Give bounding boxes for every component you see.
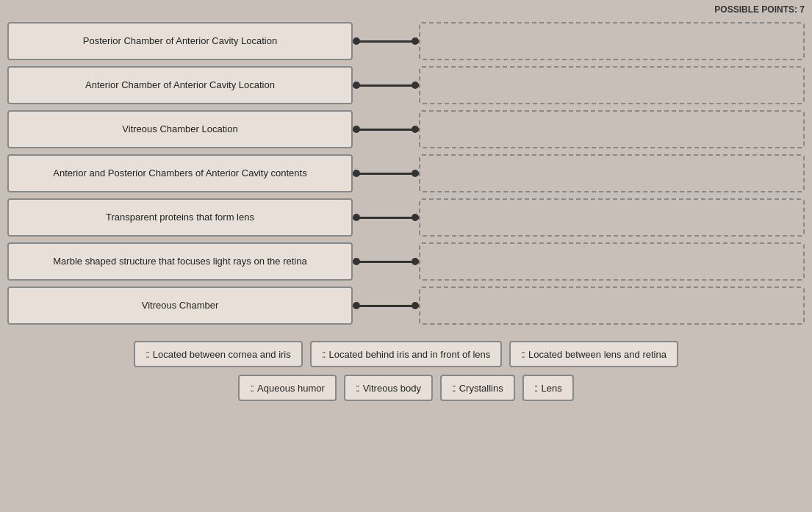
drag-handle-icon: :: <box>534 382 537 394</box>
drop-zone-5[interactable] <box>419 198 805 237</box>
drag-row-1: :: Located between cornea and iris :: Lo… <box>134 341 678 367</box>
left-label-1: Posterior Chamber of Anterior Cavity Loc… <box>7 22 353 60</box>
left-label-7: Vitreous Chamber <box>7 286 353 325</box>
match-row-5: Transparent proteins that form lens <box>7 198 805 237</box>
left-label-6: Marble shaped structure that focuses lig… <box>7 242 353 281</box>
drag-handle-icon: :: <box>250 382 253 394</box>
match-row-2: Anterior Chamber of Anterior Cavity Loca… <box>7 66 805 104</box>
possible-points: POSSIBLE POINTS: 7 <box>714 4 805 15</box>
drag-item-label: Aqueous humor <box>257 383 325 394</box>
drag-handle-icon: :: <box>521 348 524 360</box>
connector-line-6 <box>353 261 419 263</box>
connector-line-2 <box>353 84 419 87</box>
drag-item-label: Located between lens and retina <box>528 349 667 360</box>
drag-item-located-lens-retina[interactable]: :: Located between lens and retina <box>509 341 678 367</box>
drag-item-label: Vitreous body <box>363 383 421 394</box>
drag-item-lens[interactable]: :: Lens <box>522 375 574 401</box>
drag-handle-icon: :: <box>452 382 455 394</box>
connector-line-5 <box>353 217 419 219</box>
drag-item-label: Located between cornea and iris <box>153 349 291 360</box>
drag-item-label: Located behind iris and in front of lens <box>329 349 491 360</box>
drag-item-crystallins[interactable]: :: Crystallins <box>440 375 515 401</box>
drop-zone-1[interactable] <box>419 22 805 60</box>
drag-item-located-behind-iris[interactable]: :: Located behind iris and in front of l… <box>310 341 502 367</box>
connector-6 <box>353 242 419 281</box>
connector-line-4 <box>353 173 419 175</box>
match-row-7: Vitreous Chamber <box>7 286 805 325</box>
connector-4 <box>353 154 419 192</box>
drop-zone-7[interactable] <box>419 286 805 325</box>
left-label-5: Transparent proteins that form lens <box>7 198 353 237</box>
left-label-4: Anterior and Posterior Chambers of Anter… <box>7 154 353 192</box>
connector-2 <box>353 66 419 104</box>
drag-row-2: :: Aqueous humor :: Vitreous body :: Cry… <box>238 375 573 401</box>
drag-item-label: Lens <box>541 383 561 394</box>
connector-3 <box>353 110 419 148</box>
drag-item-located-cornea-iris[interactable]: :: Located between cornea and iris <box>134 341 303 367</box>
connector-line-1 <box>353 40 419 43</box>
drop-zone-3[interactable] <box>419 110 805 148</box>
left-label-2: Anterior Chamber of Anterior Cavity Loca… <box>7 66 353 104</box>
left-label-3: Vitreous Chamber Location <box>7 110 353 148</box>
match-row-4: Anterior and Posterior Chambers of Anter… <box>7 154 805 192</box>
match-row-3: Vitreous Chamber Location <box>7 110 805 148</box>
matching-exercise: Posterior Chamber of Anterior Cavity Loc… <box>7 22 805 325</box>
drag-handle-icon: :: <box>322 348 325 360</box>
drag-item-aqueous-humor[interactable]: :: Aqueous humor <box>238 375 337 401</box>
connector-line-7 <box>353 305 419 307</box>
drop-zone-6[interactable] <box>419 242 805 281</box>
match-row-1: Posterior Chamber of Anterior Cavity Loc… <box>7 22 805 60</box>
drag-handle-icon: :: <box>145 348 148 360</box>
connector-5 <box>353 198 419 237</box>
drag-item-label: Crystallins <box>459 383 503 394</box>
connector-1 <box>353 22 419 60</box>
drag-handle-icon: :: <box>356 382 359 394</box>
drag-item-vitreous-body[interactable]: :: Vitreous body <box>344 375 433 401</box>
drop-zone-2[interactable] <box>419 66 805 104</box>
drag-items-section: :: Located between cornea and iris :: Lo… <box>0 332 812 410</box>
drop-zone-4[interactable] <box>419 154 805 192</box>
connector-7 <box>353 286 419 325</box>
connector-line-3 <box>353 129 419 131</box>
match-row-6: Marble shaped structure that focuses lig… <box>7 242 805 281</box>
